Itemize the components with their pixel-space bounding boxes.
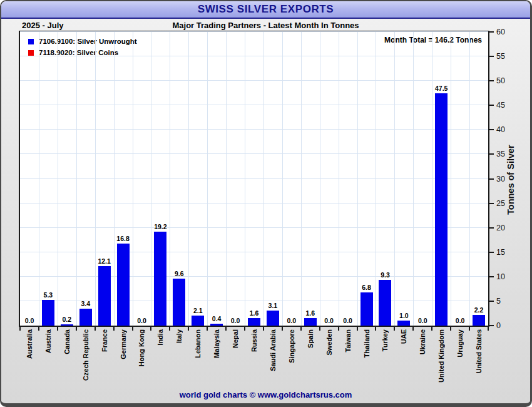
bar-uae <box>397 321 410 326</box>
x-axis-tick <box>300 327 302 331</box>
x-axis-category-label: Uruguay <box>456 329 464 358</box>
vertical-gridline <box>133 32 133 326</box>
horizontal-gridline <box>20 178 488 179</box>
vertical-gridline <box>413 32 414 326</box>
x-axis-tick <box>57 327 58 331</box>
bar-malaysia <box>210 324 223 326</box>
x-axis-tick <box>450 327 451 331</box>
horizontal-gridline <box>20 129 488 130</box>
vertical-gridline <box>263 32 264 326</box>
y-axis-tick <box>489 325 494 326</box>
y-axis-tick-label: 20 <box>496 223 505 233</box>
x-axis-category-label: Germany <box>119 329 128 359</box>
y-axis-tick <box>489 129 494 130</box>
horizontal-gridline <box>20 56 488 56</box>
bar-value-label: 0.0 <box>287 317 297 324</box>
y-axis-tick <box>489 105 494 106</box>
red-square-swatch-icon <box>28 50 34 56</box>
bar-value-label: 0.0 <box>324 317 334 324</box>
y-axis-tick <box>489 80 494 81</box>
bar-value-label: 1.0 <box>399 312 409 319</box>
legend-item-unwrought: 7106.9100: Silver Unwrought <box>28 36 137 47</box>
footer-credit[interactable]: world gold charts © www.goldchartsrus.co… <box>1 390 530 399</box>
bar-value-label: 1.6 <box>250 309 259 317</box>
x-axis-category-label: Spain <box>306 329 315 348</box>
y-axis-tick <box>489 153 494 155</box>
x-axis-category-label: Turkey <box>381 329 389 351</box>
horizontal-gridline <box>20 80 488 81</box>
blue-square-swatch-icon <box>28 39 34 44</box>
x-axis-tick <box>188 327 189 331</box>
y-axis-tick-label: 35 <box>496 149 505 159</box>
x-axis-category-label: Ukraine <box>418 329 427 354</box>
x-axis-tick <box>244 327 245 331</box>
x-axis-category-label: Thailand <box>362 329 371 358</box>
y-axis-tick-label: 60 <box>496 27 505 37</box>
x-axis-category-label: United States <box>474 329 483 373</box>
vertical-gridline <box>76 32 77 326</box>
bar-value-label: 0.4 <box>212 315 222 322</box>
y-axis-tick-label: 50 <box>496 76 505 86</box>
bar-thailand <box>361 292 373 326</box>
horizontal-gridline <box>20 203 488 204</box>
x-axis-category-label: Canada <box>63 329 71 354</box>
bar-value-label: 2.1 <box>193 307 203 314</box>
y-axis-tick <box>489 56 494 57</box>
y-axis-tick-label: 40 <box>496 125 505 135</box>
bar-saudi-arabia <box>267 311 279 326</box>
x-axis-category-label: Sweden <box>325 329 334 356</box>
vertical-gridline <box>451 32 451 326</box>
chart-card: SWISS SILVER EXPORTS 2025 - July Major T… <box>0 0 532 407</box>
bar-value-label: 0.0 <box>418 317 427 324</box>
y-axis-tick-label: 0 <box>496 321 501 331</box>
x-axis-tick <box>357 327 358 331</box>
bar-value-label: 12.1 <box>98 257 110 265</box>
x-axis-category-label: India <box>156 329 165 346</box>
x-axis-category-label: France <box>100 329 109 352</box>
bar-value-label: 5.3 <box>44 291 53 299</box>
x-axis-tick <box>38 327 39 331</box>
vertical-gridline <box>170 32 170 326</box>
title-bar: SWISS SILVER EXPORTS <box>1 1 530 19</box>
y-axis-tick-label: 15 <box>496 247 505 257</box>
x-axis-category-label: Russia <box>250 329 258 352</box>
horizontal-gridline <box>20 105 488 105</box>
vertical-gridline <box>151 32 151 326</box>
vertical-gridline <box>39 32 39 326</box>
vertical-gridline <box>301 32 302 326</box>
bar-value-label: 47.5 <box>435 85 448 92</box>
y-axis-tick <box>489 301 494 302</box>
bar-value-label: 3.4 <box>81 300 90 307</box>
x-axis-tick <box>207 327 208 331</box>
x-axis-category-label: Austria <box>44 329 53 353</box>
x-axis-tick <box>319 327 320 331</box>
plot-area: 7106.9100: Silver Unwrought 7118.9020: S… <box>19 31 489 327</box>
bar-value-label: 6.8 <box>362 284 371 291</box>
x-axis-tick <box>282 327 283 331</box>
vertical-gridline <box>114 32 115 326</box>
y-axis-tick-label: 55 <box>496 51 505 61</box>
x-axis-tick <box>412 327 414 331</box>
y-axis-tick-label: 30 <box>496 174 505 184</box>
bar-czech-republic <box>79 309 92 326</box>
bar-value-label: 0.0 <box>456 317 465 324</box>
bar-united-states <box>473 315 485 326</box>
x-axis-tick <box>263 327 264 331</box>
bar-turkey <box>379 280 391 326</box>
vertical-gridline <box>226 32 227 326</box>
x-axis-category-label: Saudi Arabia <box>269 329 277 371</box>
x-axis-category-label: Czech Republic <box>81 329 90 381</box>
bar-austria <box>42 300 54 326</box>
vertical-gridline <box>207 32 208 326</box>
horizontal-gridline <box>20 153 488 154</box>
month-total-label: Month Total = 146.2 Tonnes <box>384 36 482 44</box>
bar-lebanon <box>192 316 204 326</box>
bar-value-label: 0.2 <box>62 316 71 323</box>
page-title: SWISS SILVER EXPORTS <box>198 3 334 16</box>
x-axis-category-label: United Kingdom <box>437 329 446 383</box>
y-axis-tick <box>489 252 494 253</box>
vertical-gridline <box>339 32 339 326</box>
bar-india <box>154 232 166 326</box>
x-axis-category-label: Lebanon <box>193 329 202 358</box>
legend: 7106.9100: Silver Unwrought 7118.9020: S… <box>28 36 137 58</box>
